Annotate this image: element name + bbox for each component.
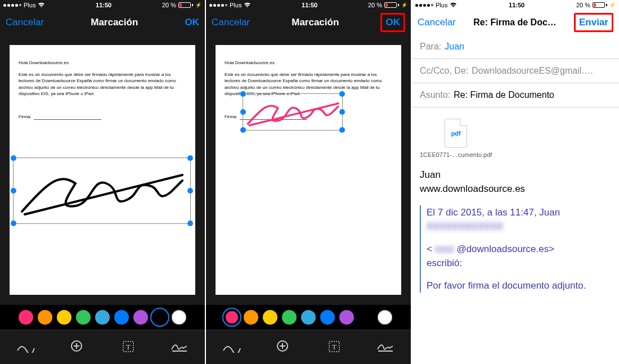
quote-redacted: XXXXXXXXXXXX bbox=[427, 221, 503, 232]
tool-bar: T bbox=[206, 330, 411, 362]
color-swatch[interactable] bbox=[282, 310, 297, 325]
quote-header: El 7 dic 2015, a las 11:47, Juan bbox=[427, 207, 560, 218]
pen-icon[interactable] bbox=[215, 335, 249, 358]
signature-url: www.downloadsource.es bbox=[420, 182, 611, 196]
resize-handle[interactable] bbox=[339, 109, 345, 115]
page-title: Marcación bbox=[291, 17, 339, 28]
color-swatch[interactable] bbox=[339, 310, 354, 325]
resize-handle[interactable] bbox=[240, 127, 246, 133]
status-bar: Plus 11:50 20 % ⚡ bbox=[0, 0, 205, 10]
battery-icon bbox=[178, 2, 193, 8]
document-canvas[interactable]: Hola Downloadsource.es Este es un docume… bbox=[206, 35, 411, 305]
resize-handle[interactable] bbox=[11, 155, 16, 161]
magnify-icon[interactable] bbox=[60, 335, 94, 358]
markup-screen-2: Plus 11:50 20 % ⚡ Cancelar Marcación OK bbox=[206, 0, 412, 364]
battery-icon bbox=[593, 2, 607, 8]
document-page: Hola Downloadsource.es Este es un docume… bbox=[10, 45, 195, 295]
highlight-send: Enviar bbox=[574, 13, 613, 32]
subject-field[interactable]: Asunto: Re: Firma de Documento bbox=[412, 83, 619, 107]
ok-button[interactable]: OK bbox=[185, 17, 199, 28]
resize-handle[interactable] bbox=[187, 221, 193, 226]
markup-screen-1: Plus 11:50 20 % ⚡ Cancelar Marcación OK … bbox=[0, 0, 206, 364]
subject-label: Asunto: bbox=[420, 90, 450, 100]
text-icon[interactable]: T bbox=[317, 335, 351, 358]
magnify-icon[interactable] bbox=[266, 335, 300, 358]
attachment-name: 1CEE0771-…cumento.pdf bbox=[420, 150, 492, 160]
color-swatch[interactable] bbox=[76, 310, 91, 325]
quote-redacted: xxxx bbox=[435, 244, 454, 254]
resize-handle[interactable] bbox=[11, 188, 16, 194]
signature-line: Firma: bbox=[19, 114, 186, 120]
charging-icon: ⚡ bbox=[609, 2, 616, 8]
resize-handle[interactable] bbox=[339, 91, 345, 97]
charging-icon: ⚡ bbox=[401, 2, 407, 8]
wifi-icon bbox=[38, 2, 45, 8]
cc-field[interactable]: Cc/Cco, De: DownloadsourceES@gmail…. bbox=[412, 59, 619, 83]
color-swatch[interactable] bbox=[152, 310, 167, 325]
pen-icon[interactable] bbox=[9, 335, 43, 358]
document-page: Hola Downloadsource.es Este es un docume… bbox=[216, 45, 401, 295]
resize-handle[interactable] bbox=[187, 188, 193, 194]
resize-handle[interactable] bbox=[187, 155, 193, 161]
battery-percent: 20 % bbox=[576, 2, 590, 8]
signature-selection[interactable] bbox=[243, 93, 343, 131]
resize-handle[interactable] bbox=[339, 127, 345, 133]
battery-percent: 20 % bbox=[162, 2, 176, 8]
carrier-label: Plus bbox=[230, 2, 241, 8]
signature-label: Firma: bbox=[19, 114, 32, 120]
mail-body[interactable]: pdf 1CEE0771-…cumento.pdf Juan www.downl… bbox=[412, 107, 619, 312]
color-swatch[interactable] bbox=[19, 310, 33, 325]
text-icon[interactable]: T bbox=[111, 335, 145, 358]
doc-greeting: Hola Downloadsource.es bbox=[19, 60, 186, 66]
carrier-label: Plus bbox=[24, 2, 35, 8]
nav-bar: Cancelar Marcación OK bbox=[206, 10, 411, 35]
cancel-button[interactable]: Cancelar bbox=[212, 17, 250, 28]
color-swatch[interactable] bbox=[133, 310, 148, 325]
to-value: Juan bbox=[445, 42, 464, 52]
color-swatch[interactable] bbox=[358, 310, 373, 325]
signature-selection[interactable] bbox=[13, 158, 191, 224]
signature-drawing bbox=[243, 94, 343, 131]
color-swatch[interactable] bbox=[95, 310, 110, 325]
mail-compose-screen: Plus 11:50 20 % ⚡ Cancelar Re: Firma de … bbox=[412, 0, 619, 364]
signature-drawing bbox=[14, 158, 191, 224]
signal-dots-icon bbox=[415, 4, 433, 7]
resize-handle[interactable] bbox=[240, 91, 246, 97]
document-canvas[interactable]: Hola Downloadsource.es Este es un docume… bbox=[0, 35, 205, 305]
page-title: Marcación bbox=[91, 17, 138, 28]
color-swatch[interactable] bbox=[114, 310, 129, 325]
battery-icon bbox=[384, 2, 399, 8]
resize-handle[interactable] bbox=[11, 221, 16, 226]
signature-label: Firma: bbox=[225, 114, 237, 120]
ok-button[interactable]: OK bbox=[385, 17, 400, 28]
color-palette bbox=[206, 305, 411, 330]
color-swatch[interactable] bbox=[320, 310, 335, 325]
color-swatch[interactable] bbox=[378, 310, 392, 325]
signature-name: Juan bbox=[420, 168, 611, 182]
resize-handle[interactable] bbox=[240, 109, 246, 115]
signature-icon[interactable] bbox=[163, 335, 196, 358]
to-field[interactable]: Para: Juan bbox=[412, 35, 619, 59]
color-swatch[interactable] bbox=[263, 310, 277, 325]
svg-text:T: T bbox=[332, 343, 337, 351]
cancel-button[interactable]: Cancelar bbox=[418, 17, 456, 28]
nav-bar: Cancelar Re: Firma de Doc… Enviar bbox=[412, 10, 619, 35]
doc-greeting: Hola Downloadsource.es bbox=[225, 60, 392, 66]
to-label: Para: bbox=[420, 42, 441, 52]
color-swatch[interactable] bbox=[38, 310, 52, 325]
cc-value: DownloadsourceES@gmail…. bbox=[472, 66, 593, 76]
color-swatch[interactable] bbox=[225, 310, 239, 325]
cancel-button[interactable]: Cancelar bbox=[6, 17, 44, 28]
color-swatch[interactable] bbox=[244, 310, 258, 325]
send-button[interactable]: Enviar bbox=[579, 17, 608, 28]
compose-form: Para: Juan Cc/Cco, De: DownloadsourceES@… bbox=[412, 35, 619, 107]
attachment[interactable]: pdf 1CEE0771-…cumento.pdf bbox=[420, 119, 492, 160]
color-swatch[interactable] bbox=[57, 310, 71, 325]
signal-dots-icon bbox=[3, 4, 21, 7]
highlight-ok: OK bbox=[380, 13, 405, 32]
charging-icon: ⚡ bbox=[195, 2, 201, 8]
color-swatch[interactable] bbox=[301, 310, 316, 325]
quote-body: Por favor firma el documento adjunto. bbox=[427, 278, 611, 293]
signature-icon[interactable] bbox=[369, 335, 402, 358]
color-swatch[interactable] bbox=[172, 310, 186, 325]
